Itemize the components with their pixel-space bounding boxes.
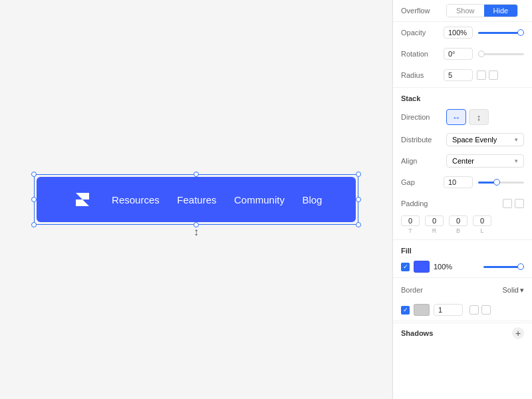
opacity-value[interactable]: 100% — [444, 27, 473, 39]
distribute-dropdown[interactable]: Space Evenly ▾ — [446, 133, 524, 146]
logo-icon — [73, 190, 92, 209]
overflow-show-btn[interactable]: Show — [447, 5, 484, 17]
direction-buttons: ↔ ↕ — [446, 109, 489, 125]
radius-corners-linked-icon[interactable] — [489, 70, 498, 80]
fill-opacity-value[interactable]: 100% — [434, 263, 474, 271]
padding-right-value[interactable]: 0 — [425, 215, 444, 226]
resize-cursor-icon[interactable]: ↕ — [194, 226, 199, 238]
border-corners-unlinked-icon[interactable] — [469, 305, 479, 315]
nav-item-community[interactable]: Community — [234, 194, 285, 205]
distribute-label: Distribute — [401, 136, 444, 144]
gap-label: Gap — [401, 178, 444, 186]
direction-row: Direction ↔ ↕ — [393, 105, 532, 129]
handle-tm[interactable] — [194, 172, 199, 177]
nav-item-features[interactable]: Features — [177, 194, 216, 205]
shadows-label: Shadows — [401, 329, 433, 337]
rotation-slider-thumb[interactable] — [478, 51, 485, 57]
border-color-swatch[interactable] — [414, 304, 430, 316]
distribute-dropdown-arrow: ▾ — [515, 136, 518, 143]
handle-tl[interactable] — [31, 172, 37, 177]
rotation-value[interactable]: 0° — [444, 48, 473, 60]
handle-br[interactable] — [356, 222, 361, 227]
overflow-toggle[interactable]: Show Hide — [446, 4, 518, 17]
canvas-area: Resources Features Community Blog ↕ — [0, 0, 392, 399]
padding-right-item: 0 R — [425, 215, 444, 234]
stack-section-title: Stack — [393, 89, 532, 105]
padding-left-item: 0 L — [473, 215, 491, 234]
rotation-row: Rotation 0° — [393, 43, 532, 65]
handle-ml[interactable] — [31, 197, 37, 202]
radius-corners-unlinked-icon[interactable] — [477, 70, 486, 80]
gap-slider-thumb[interactable] — [493, 179, 500, 186]
padding-bottom-label: B — [456, 227, 460, 234]
border-row: ✓ 1 — [393, 301, 532, 319]
border-style-value: Solid — [503, 286, 519, 294]
overflow-hide-btn[interactable]: Hide — [484, 5, 518, 17]
rotation-slider[interactable] — [478, 53, 524, 55]
handle-mr[interactable] — [356, 197, 361, 202]
fill-row: ✓ 100% — [393, 257, 532, 276]
opacity-row: Opacity 100% — [393, 22, 532, 43]
fill-opacity-slider[interactable] — [483, 266, 524, 268]
divider-4 — [393, 321, 532, 321]
padding-label: Padding — [401, 200, 444, 207]
nav-element-wrapper[interactable]: Resources Features Community Blog ↕ — [37, 177, 356, 222]
direction-label: Direction — [401, 113, 444, 121]
direction-horizontal-btn[interactable]: ↔ — [446, 109, 466, 125]
align-row: Align Center ▾ — [393, 150, 532, 172]
align-label: Align — [401, 157, 444, 165]
distribute-value: Space Evenly — [452, 136, 497, 144]
border-checkbox[interactable]: ✓ — [401, 306, 410, 315]
divider-2 — [393, 239, 532, 240]
direction-vertical-btn[interactable]: ↕ — [469, 109, 489, 125]
padding-row: Padding — [393, 193, 532, 214]
nav-item-resources[interactable]: Resources — [112, 194, 160, 205]
fill-checkbox[interactable]: ✓ — [401, 263, 410, 271]
rotation-label: Rotation — [401, 50, 444, 58]
handle-tr[interactable] — [356, 172, 361, 177]
padding-top-label: T — [408, 227, 412, 234]
fill-color-swatch[interactable] — [414, 261, 430, 273]
fill-section-title: Fill — [393, 241, 532, 257]
padding-corners-linked-icon[interactable] — [515, 199, 524, 208]
nav-item-blog[interactable]: Blog — [302, 194, 322, 205]
border-style-arrow: ▾ — [520, 286, 524, 295]
nav-logo — [70, 188, 94, 211]
border-corners-linked-icon[interactable] — [481, 305, 491, 315]
padding-bottom-value[interactable]: 0 — [449, 215, 467, 226]
align-value: Center — [452, 157, 474, 165]
divider-1 — [393, 87, 532, 88]
gap-value[interactable]: 10 — [444, 176, 473, 188]
shadows-add-button[interactable]: + — [512, 327, 524, 339]
overflow-label: Overflow — [401, 7, 444, 15]
border-width-value[interactable]: 1 — [434, 304, 463, 316]
padding-bottom-item: 0 B — [449, 215, 467, 234]
border-style-dropdown[interactable]: Solid ▾ — [503, 286, 524, 295]
padding-corners-unlinked-icon[interactable] — [503, 199, 512, 208]
align-dropdown[interactable]: Center ▾ — [446, 154, 524, 168]
align-dropdown-arrow: ▾ — [515, 158, 518, 164]
border-header-row: Border Solid ▾ — [393, 279, 532, 301]
gap-slider[interactable] — [478, 182, 524, 184]
opacity-slider[interactable] — [478, 32, 524, 34]
divider-3 — [393, 277, 532, 278]
handle-bl[interactable] — [31, 222, 37, 227]
opacity-slider-thumb[interactable] — [517, 29, 524, 36]
fill-opacity-slider-thumb[interactable] — [517, 263, 524, 270]
gap-row: Gap 10 — [393, 172, 532, 193]
padding-inputs: 0 T 0 R 0 B 0 L — [393, 214, 532, 238]
padding-top-value[interactable]: 0 — [401, 215, 420, 226]
padding-left-label: L — [480, 227, 483, 234]
padding-top-item: 0 T — [401, 215, 420, 234]
properties-panel: Overflow Show Hide Opacity 100% Rotation… — [392, 0, 532, 399]
border-label: Border — [401, 286, 444, 294]
opacity-label: Opacity — [401, 29, 444, 37]
radius-row: Radius 5 — [393, 65, 532, 86]
padding-left-value[interactable]: 0 — [473, 215, 491, 226]
overflow-row: Overflow Show Hide — [393, 0, 532, 22]
distribute-row: Distribute Space Evenly ▾ — [393, 129, 532, 150]
shadows-row: Shadows + — [393, 323, 532, 343]
nav-bar: Resources Features Community Blog — [37, 177, 356, 222]
radius-value[interactable]: 5 — [444, 69, 473, 81]
padding-right-label: R — [432, 227, 437, 234]
